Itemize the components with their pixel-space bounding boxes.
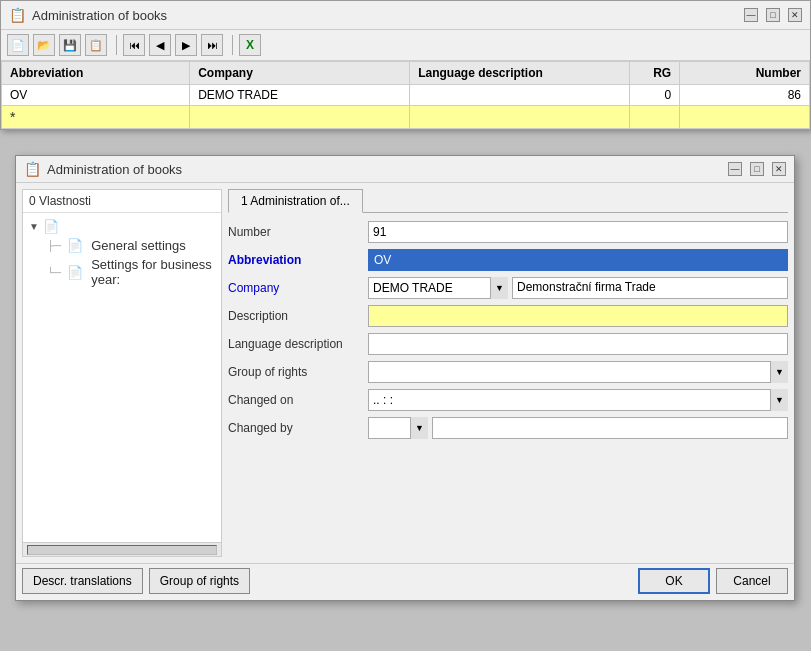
data-grid: Abbreviation Company Language descriptio… (1, 61, 810, 129)
left-panel: 0 Vlastnosti ▼ 📄 ├─ 📄 General settings └… (22, 189, 222, 557)
group-of-rights-btn[interactable]: Group of rights (149, 568, 250, 594)
inner-window-controls: — □ ✕ (728, 162, 786, 176)
new-row[interactable]: * (2, 106, 810, 129)
label-company: Company (228, 281, 368, 295)
tab-administration[interactable]: 1 Administration of... (228, 189, 363, 213)
outer-close-btn[interactable]: ✕ (788, 8, 802, 22)
inner-title: 📋 Administration of books (24, 161, 182, 177)
tree-label-general: General settings (91, 238, 186, 253)
new-row-rg (630, 106, 680, 129)
col-abbreviation: Abbreviation (2, 62, 190, 85)
toolbar-sep-2 (229, 35, 233, 55)
dialog-action-buttons: Descr. translations Group of rights OK C… (16, 563, 794, 600)
tree-root[interactable]: ▼ 📄 (27, 217, 217, 236)
tree-icon-general: 📄 (67, 238, 83, 253)
input-description[interactable] (368, 305, 788, 327)
dialog-body: 0 Vlastnosti ▼ 📄 ├─ 📄 General settings └… (16, 183, 794, 563)
changed-by-text[interactable] (432, 417, 788, 439)
input-abbreviation[interactable] (368, 249, 788, 271)
company-select[interactable]: DEMO TRADE (368, 277, 508, 299)
outer-titlebar: 📋 Administration of books — □ ✕ (1, 1, 810, 30)
field-lang-desc-row: Language description (228, 333, 788, 355)
group-rights-select-wrap: ▼ (368, 361, 788, 383)
last-btn[interactable]: ⏭ (201, 34, 223, 56)
new-row-company (190, 106, 410, 129)
label-changed-on: Changed on (228, 393, 368, 407)
inner-close-btn[interactable]: ✕ (772, 162, 786, 176)
col-company: Company (190, 62, 410, 85)
right-panel: 1 Administration of... Number Abbreviati… (228, 189, 788, 557)
tab-bar: 1 Administration of... (228, 189, 788, 213)
col-language-desc: Language description (410, 62, 630, 85)
outer-title-text: Administration of books (32, 8, 167, 23)
scrollbar-track[interactable] (27, 545, 217, 555)
group-rights-select[interactable] (368, 361, 788, 383)
toolbar-sep-1 (113, 35, 117, 55)
inner-minimize-btn[interactable]: — (728, 162, 742, 176)
field-abbreviation-row: Abbreviation (228, 249, 788, 271)
outer-window: 📋 Administration of books — □ ✕ 📄 📂 💾 📋 … (0, 0, 811, 130)
outer-window-title: 📋 Administration of books (9, 7, 167, 23)
tree-line-1: ├─ (47, 240, 61, 251)
toolbar: 📄 📂 💾 📋 ⏮ ◀ ▶ ⏭ X (1, 30, 810, 61)
outer-title-icon: 📋 (9, 7, 26, 23)
field-description-row: Description (228, 305, 788, 327)
excel-btn[interactable]: X (239, 34, 261, 56)
changed-on-select[interactable]: .. : : (368, 389, 788, 411)
new-row-number (680, 106, 810, 129)
label-description: Description (228, 309, 368, 323)
form-container: Number Abbreviation Company DEMO TRADE (228, 221, 788, 445)
left-panel-header: 0 Vlastnosti (23, 190, 221, 213)
changed-by-select[interactable] (368, 417, 428, 439)
field-changed-by-row: Changed by ▼ (228, 417, 788, 439)
tree-container: ▼ 📄 ├─ 📄 General settings └─ 📄 Settings … (23, 213, 221, 542)
inner-maximize-btn[interactable]: □ (750, 162, 764, 176)
tree-item-business[interactable]: └─ 📄 Settings for business year: (27, 255, 217, 289)
col-rg: RG (630, 62, 680, 85)
field-changed-on-row: Changed on .. : : ▼ (228, 389, 788, 411)
input-number[interactable] (368, 221, 788, 243)
new-row-marker: * (2, 106, 190, 129)
label-number: Number (228, 225, 368, 239)
cell-company: DEMO TRADE (190, 85, 410, 106)
field-group-rights-row: Group of rights ▼ (228, 361, 788, 383)
changed-by-select-wrap: ▼ (368, 417, 428, 439)
next-btn[interactable]: ▶ (175, 34, 197, 56)
tree-line-2: └─ (47, 267, 61, 278)
new-doc-btn[interactable]: 📄 (7, 34, 29, 56)
changed-on-wrap: .. : : ▼ (368, 389, 788, 411)
descr-translations-btn[interactable]: Descr. translations (22, 568, 143, 594)
tree-icon-business: 📄 (67, 265, 83, 280)
tree-arrow: ▼ (29, 221, 39, 232)
cell-number: 86 (680, 85, 810, 106)
company-desc-field: Demonstrační firma Trade (512, 277, 788, 299)
col-number: Number (680, 62, 810, 85)
label-group-rights: Group of rights (228, 365, 368, 379)
ok-btn[interactable]: OK (638, 568, 710, 594)
company-select-wrap: DEMO TRADE ▼ (368, 277, 508, 299)
outer-maximize-btn[interactable]: □ (766, 8, 780, 22)
open-btn[interactable]: 📂 (33, 34, 55, 56)
scrollbar[interactable] (23, 542, 221, 556)
prev-btn[interactable]: ◀ (149, 34, 171, 56)
cell-abbreviation: OV (2, 85, 190, 106)
outer-minimize-btn[interactable]: — (744, 8, 758, 22)
inner-titlebar: 📋 Administration of books — □ ✕ (16, 156, 794, 183)
label-lang-desc: Language description (228, 337, 368, 351)
cell-lang-desc (410, 85, 630, 106)
outer-window-controls: — □ ✕ (744, 8, 802, 22)
input-lang-desc[interactable] (368, 333, 788, 355)
cancel-btn[interactable]: Cancel (716, 568, 788, 594)
company-row: DEMO TRADE ▼ Demonstrační firma Trade (368, 277, 788, 299)
cell-rg: 0 (630, 85, 680, 106)
field-number-row: Number (228, 221, 788, 243)
table-row[interactable]: OV DEMO TRADE 0 86 (2, 85, 810, 106)
save-btn[interactable]: 💾 (59, 34, 81, 56)
inner-title-icon: 📋 (24, 161, 41, 177)
inner-dialog: 📋 Administration of books — □ ✕ 0 Vlastn… (15, 155, 795, 601)
tree-root-icon: 📄 (43, 219, 59, 234)
copy-btn[interactable]: 📋 (85, 34, 107, 56)
inner-title-text: Administration of books (47, 162, 182, 177)
first-btn[interactable]: ⏮ (123, 34, 145, 56)
tree-item-general[interactable]: ├─ 📄 General settings (27, 236, 217, 255)
